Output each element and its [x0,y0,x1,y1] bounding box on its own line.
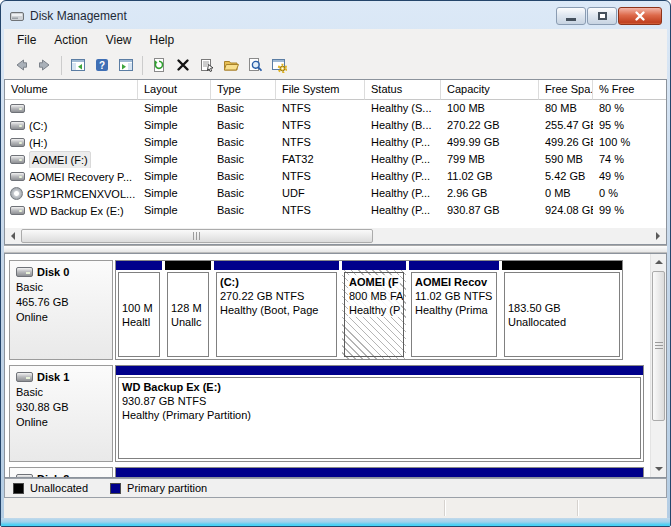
column-header-type[interactable]: Type [211,80,276,100]
table-row[interactable]: WD Backup Ex (E:) Simple Basic NTFS Heal… [5,202,666,219]
show-action-pane-button[interactable] [114,54,138,76]
scroll-right-arrow[interactable] [651,228,666,244]
unallocated-block[interactable]: 183.50 GBUnallocated [502,261,622,359]
show-console-tree-button[interactable] [66,54,90,76]
find-button[interactable] [243,54,267,76]
volume-name: AOMEI (F:) [29,151,91,168]
window-title: Disk Management [30,9,556,23]
app-icon [9,8,25,24]
maximize-icon [598,12,607,20]
partition-block-wd-backup[interactable]: WD Backup Ex (E:)930.87 GB NTFSHealthy (… [116,366,643,461]
partition-block-aomei-selected[interactable]: AOMEI (F800 MB FAHealthy (P [342,261,406,359]
cell-capacity: 930.87 GB [441,202,539,219]
volume-list-pane: Volume Layout Type File System Status Ca… [4,79,667,245]
horizontal-scroll-thumb[interactable] [21,229,373,243]
cell-type: Basic [211,151,276,168]
delete-button[interactable] [171,54,195,76]
cell-type: Basic [211,117,276,134]
close-icon [634,10,646,22]
drive-icon [10,121,25,130]
partition-title: WD Backup Ex (E:) [122,380,637,394]
refresh-button[interactable] [147,54,171,76]
menu-help[interactable]: Help [141,30,184,50]
open-folder-button[interactable] [219,54,243,76]
disk-graphical-pane: Disk 0 Basic 465.76 GB Online 100 MHealt… [4,253,667,478]
cell-layout: Simple [138,202,211,219]
disk-0-strip: 100 MHealtl 128 MUnallc (C:)270.22 GB NT… [115,260,623,360]
show-console-tree-icon [70,57,86,73]
title-bar[interactable]: Disk Management [4,3,667,29]
cell-status: Healthy (P... [365,168,441,185]
partition-block-system-reserved[interactable]: 100 MHealtl [116,261,162,359]
table-row[interactable]: Simple Basic NTFS Healthy (S... 100 MB 8… [5,100,666,117]
scroll-up-arrow[interactable] [651,254,667,269]
partition-block-aomei-recovery[interactable]: AOMEI Recov11.02 GB NTFSHealthy (Prima [409,261,499,359]
column-header-capacity[interactable]: Capacity [441,80,539,100]
cell-capacity: 270.22 GB [441,117,539,134]
legend-bar: Unallocated Primary partition [4,478,667,498]
table-row[interactable]: AOMEI Recovery P... Simple Basic NTFS He… [5,168,666,185]
pane-splitter[interactable] [4,245,667,253]
column-header-layout[interactable]: Layout [138,80,211,100]
column-header-pct-free[interactable]: % Free [593,80,666,100]
open-folder-icon [223,57,239,73]
partition-block-c[interactable]: (C:)270.22 GB NTFSHealthy (Boot, Page [214,261,339,359]
partition-color-bar [116,366,643,375]
cell-pct-free: 95 % [593,117,666,134]
table-row-selected[interactable]: AOMEI (F:) Simple Basic FAT32 Healthy (P… [5,151,666,168]
table-row[interactable]: GSP1RMCENXVOL... Simple Basic UDF Health… [5,185,666,202]
partition-line: 11.02 GB NTFS [415,289,493,303]
console-settings-icon [271,57,287,73]
partition-color-bar [116,261,162,270]
column-header-free-space[interactable]: Free Spa... [539,80,593,100]
partition-color-bar [116,468,643,477]
disk-size: 930.88 GB [16,401,106,413]
cell-file-system: NTFS [276,168,365,185]
cell-pct-free: 99 % [593,202,666,219]
back-button[interactable] [9,54,33,76]
disk-state: Online [16,311,106,323]
partition-title: (C:) [220,275,333,289]
scroll-left-arrow[interactable] [5,228,20,244]
partition-color-bar [165,261,211,270]
console-settings-button[interactable] [267,54,291,76]
cell-file-system: FAT32 [276,151,365,168]
disk-1-panel[interactable]: Disk 1 Basic 930.88 GB Online [9,365,113,462]
show-action-pane-icon [118,57,134,73]
cell-capacity: 11.02 GB [441,168,539,185]
scroll-down-arrow[interactable] [651,462,667,477]
disk-2-panel[interactable]: Disk 2 [9,467,113,478]
thumb-grip-icon [655,342,663,351]
column-header-status[interactable]: Status [365,80,441,100]
column-header-file-system[interactable]: File System [276,80,365,100]
partition-line: Healthy (Boot, Page [220,303,333,317]
close-button[interactable] [618,7,662,25]
properties-button[interactable] [195,54,219,76]
column-header-volume[interactable]: Volume [5,80,138,100]
partition-line: 128 M [171,301,205,315]
window-bottom-edge [1,518,670,526]
maximize-button[interactable] [587,7,617,25]
menu-file[interactable]: File [8,30,45,50]
help-button[interactable]: ? [90,54,114,76]
partition-line: Healthy (P [348,303,401,317]
partition-block[interactable] [116,468,643,478]
vertical-scroll-thumb[interactable] [652,271,665,421]
volume-name: (H:) [29,135,47,151]
menu-view[interactable]: View [97,30,141,50]
unallocated-block[interactable]: 128 MUnallc [165,261,211,359]
disk-0-panel[interactable]: Disk 0 Basic 465.76 GB Online [9,260,113,360]
legend-unallocated: Unallocated [13,482,88,494]
disk-1-strip: WD Backup Ex (E:)930.87 GB NTFSHealthy (… [115,365,644,462]
forward-button[interactable] [33,54,57,76]
minimize-button[interactable] [556,7,586,25]
vertical-scrollbar[interactable] [650,254,666,477]
menu-action[interactable]: Action [45,30,96,50]
disk-name: Disk 1 [37,371,69,383]
table-row[interactable]: (H:) Simple Basic NTFS Healthy (P... 499… [5,134,666,151]
table-row[interactable]: (C:) Simple Basic NTFS Healthy (B... 270… [5,117,666,134]
minimize-icon [566,18,576,21]
horizontal-scrollbar[interactable] [5,228,666,244]
status-separator [444,500,445,516]
disk-2-strip [115,467,644,478]
